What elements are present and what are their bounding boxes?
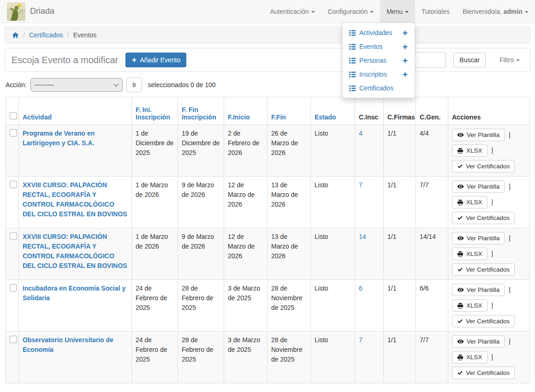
- breadcrumb-current-eventos: Eventos: [73, 31, 97, 39]
- c-insc-link[interactable]: 6: [359, 285, 363, 292]
- brand-title: Driada: [30, 6, 54, 16]
- activity-link[interactable]: XXVIII CURSO: PALPACIÓN RECTAL, ECOGRAFÍ…: [23, 181, 127, 218]
- action-separator: |: [492, 249, 493, 259]
- list-icon: [349, 71, 356, 77]
- xlsx-button[interactable]: XLSX: [452, 196, 487, 208]
- chevron-down-icon: [516, 59, 520, 61]
- table-row: Incubadora en Economía Social y Solidari…: [6, 280, 530, 332]
- actions-cell: Ver Plantilla | XLSX | Ver Certificados: [448, 280, 530, 332]
- top-navbar: Driada Autenticación Configuración Menu: [0, 0, 535, 23]
- nav-item-welcome-user[interactable]: Bienvenido/a, admin: [456, 0, 535, 23]
- action-label: Acción:: [6, 81, 27, 89]
- ver-plantilla-button[interactable]: Ver Plantilla: [452, 180, 505, 193]
- add-inscriptos-button[interactable]: [402, 71, 408, 77]
- activity-link[interactable]: XXVIII CURSO: PALPACIÓN RECTAL, ECOGRAFÍ…: [23, 233, 127, 269]
- ver-plantilla-label: Ver Plantilla: [467, 131, 499, 138]
- c-firmas-cell: 1/1: [384, 280, 416, 332]
- actions-cell: Ver Plantilla | XLSX | Ver Certificados: [448, 125, 530, 177]
- f-ini-inscripcion-cell: 1 de Diciembre de 2025: [132, 125, 178, 177]
- xlsx-button[interactable]: XLSX: [452, 299, 487, 312]
- row-checkbox[interactable]: [10, 336, 17, 343]
- action-select[interactable]: ---------: [30, 78, 123, 92]
- add-evento-button[interactable]: Añadir Evento: [125, 53, 186, 67]
- search-button[interactable]: Buscar: [453, 53, 486, 67]
- breadcrumb-separator: /: [23, 31, 25, 39]
- ver-plantilla-button[interactable]: Ver Plantilla: [452, 335, 505, 348]
- c-insc-link[interactable]: 4: [359, 130, 363, 137]
- nav-label: Tutoriales: [422, 8, 450, 15]
- add-eventos-button[interactable]: [402, 44, 408, 50]
- xlsx-button[interactable]: XLSX: [452, 351, 487, 363]
- add-personas-button[interactable]: [402, 58, 408, 64]
- ver-certificados-button[interactable]: Ver Certificados: [452, 315, 515, 327]
- estado-cell: Listo: [311, 332, 355, 383]
- filter-dropdown[interactable]: Filtro: [499, 56, 520, 64]
- activity-link[interactable]: Programa de Verano en Lartirigoyen y CIA…: [23, 130, 95, 147]
- ver-certificados-button[interactable]: Ver Certificados: [452, 212, 515, 224]
- filter-label: Filtro: [499, 56, 514, 64]
- breadcrumb-link-certificados[interactable]: Certificados: [29, 31, 63, 39]
- app-logo-icon: [7, 2, 25, 21]
- ver-plantilla-button[interactable]: Ver Plantilla: [452, 232, 505, 244]
- ver-plantilla-button[interactable]: Ver Plantilla: [452, 129, 505, 141]
- table-header-row: Actividad F. Ini. Inscripción F. Fin Ins…: [6, 97, 530, 125]
- dropdown-item-label: Personas: [359, 57, 386, 64]
- actions-cell: Ver Plantilla | XLSX | Ver Certificados: [448, 177, 530, 228]
- home-icon[interactable]: [12, 32, 19, 39]
- add-evento-label: Añadir Evento: [140, 56, 180, 64]
- dropdown-item-inscriptos[interactable]: Inscriptos: [349, 71, 387, 78]
- nav-item-tutoriales[interactable]: Tutoriales: [415, 0, 456, 23]
- c-gen-cell: 4/4: [416, 125, 448, 177]
- row-checkbox[interactable]: [10, 181, 17, 188]
- dropdown-item-label: Inscriptos: [359, 71, 387, 78]
- column-header-link[interactable]: F.Inicio: [228, 113, 250, 121]
- go-button[interactable]: Ir: [126, 77, 143, 92]
- action-separator: |: [509, 233, 511, 243]
- c-insc-link[interactable]: 7: [359, 181, 363, 189]
- plus-icon: [131, 57, 137, 63]
- ver-plantilla-button[interactable]: Ver Plantilla: [452, 284, 505, 296]
- f-fin-inscripcion-cell: 28 de Febrero de 2025: [178, 280, 224, 332]
- ver-certificados-button[interactable]: Ver Certificados: [452, 263, 515, 276]
- dropdown-item-actividades[interactable]: Actividades: [349, 29, 392, 36]
- eye-icon: [457, 131, 464, 138]
- row-checkbox[interactable]: [10, 284, 17, 291]
- row-checkbox[interactable]: [10, 129, 17, 137]
- select-all-checkbox[interactable]: [10, 112, 17, 119]
- activity-link[interactable]: Observatorio Universitario de Economía: [23, 336, 113, 353]
- dropdown-item-eventos[interactable]: Eventos: [349, 43, 383, 50]
- c-insc-link[interactable]: 7: [359, 336, 363, 344]
- row-select-cell: [6, 177, 19, 228]
- c-insc-cell: 7: [355, 177, 384, 228]
- ver-certificados-button[interactable]: Ver Certificados: [452, 160, 515, 172]
- f-ini-inscripcion-cell: 24 de Febrero de 2025: [132, 332, 178, 383]
- row-checkbox[interactable]: [10, 232, 17, 240]
- column-header-link[interactable]: F. Ini. Inscripción: [136, 106, 170, 121]
- column-header-link[interactable]: F.Fin: [271, 113, 286, 121]
- f-ini-inscripcion-cell: 1 de Marzo de 2026: [132, 228, 178, 280]
- f-fin-cell: 13 de Marzo de 2026: [268, 228, 311, 280]
- xlsx-button[interactable]: XLSX: [452, 144, 487, 157]
- check-icon: [457, 163, 463, 169]
- column-header-link[interactable]: F. Fin Inscripción: [182, 106, 216, 121]
- add-actividades-button[interactable]: [402, 30, 408, 36]
- menu-dropdown: Actividades Eventos: [342, 23, 415, 98]
- column-header-link[interactable]: Actividad: [23, 113, 52, 121]
- ver-certificados-button[interactable]: Ver Certificados: [452, 367, 515, 379]
- f-fin-cell: 13 de Marzo de 2026: [268, 177, 311, 228]
- dropdown-item-personas[interactable]: Personas: [349, 57, 386, 64]
- table-row: XXVIII CURSO: PALPACIÓN RECTAL, ECOGRAFÍ…: [6, 228, 530, 280]
- dropdown-item-certificados[interactable]: Certificados: [349, 84, 393, 92]
- nav-item-configuracion[interactable]: Configuración: [321, 0, 380, 23]
- c-insc-link[interactable]: 14: [359, 233, 366, 240]
- xlsx-button[interactable]: XLSX: [452, 248, 487, 260]
- eye-icon: [457, 338, 464, 345]
- estado-cell: Listo: [311, 125, 355, 177]
- activity-cell: Observatorio Universitario de Economía: [19, 332, 132, 383]
- eye-icon: [457, 235, 464, 242]
- column-header-link[interactable]: Estado: [315, 113, 336, 121]
- brand-link[interactable]: Driada: [7, 0, 54, 23]
- nav-item-menu[interactable]: Menu: [380, 0, 415, 23]
- nav-item-autenticacion[interactable]: Autenticación: [263, 0, 321, 23]
- activity-link[interactable]: Incubadora en Economía Social y Solidari…: [23, 285, 125, 302]
